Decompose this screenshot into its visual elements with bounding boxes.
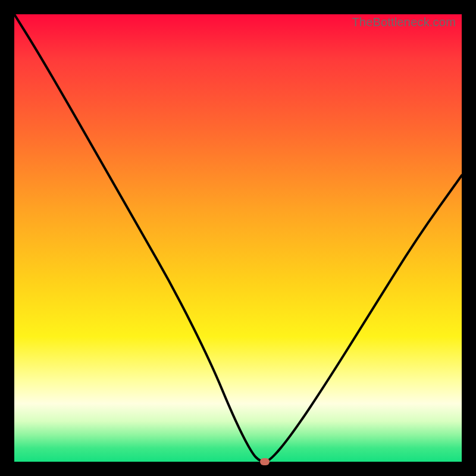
chart-frame: TheBottleneck.com xyxy=(0,0,476,476)
optimum-marker xyxy=(260,458,270,465)
bottleneck-curve xyxy=(14,14,462,462)
watermark-text: TheBottleneck.com xyxy=(352,15,456,29)
chart-plot-area: TheBottleneck.com xyxy=(14,14,462,462)
curve-path xyxy=(14,14,462,462)
